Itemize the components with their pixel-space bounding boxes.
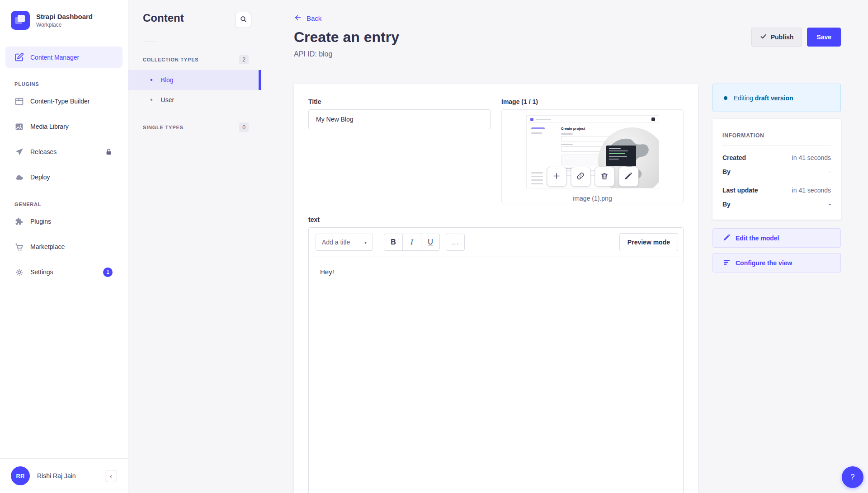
ellipsis-icon: ... [452, 239, 459, 246]
collection-types-label: COLLECTION TYPES [143, 57, 198, 62]
heading-select-value: Add a title [322, 239, 350, 246]
bold-button[interactable]: B [384, 234, 403, 251]
underline-button[interactable]: U [421, 234, 440, 251]
status-dot-icon [724, 96, 727, 100]
app-root: Strapi Dashboard Workplace Content Manag… [0, 0, 868, 493]
cart-icon [14, 242, 24, 252]
trash-icon [600, 172, 609, 182]
image-field: Image (1 / 1) Create project [501, 98, 684, 203]
delete-asset-button[interactable] [594, 167, 614, 187]
thumbnail-sidebar [531, 127, 545, 134]
entry-form-card: Title Image (1 / 1) Create p [294, 84, 698, 493]
caret-down-icon: ▾ [364, 240, 367, 245]
sidebar-item-label: Content Manager [30, 54, 79, 61]
lock-icon [105, 148, 113, 156]
thumbnail-sidebar-links [531, 170, 543, 184]
sidebar-item-settings[interactable]: Settings 1 [0, 259, 128, 285]
page-title: Create an entry [294, 29, 399, 46]
single-types-header: SINGLE TYPES 0 [128, 122, 261, 132]
nav-section-plugins: PLUGINS [14, 81, 128, 87]
sidebar-item-label: Media Library [30, 123, 69, 130]
collection-type-label: User [161, 96, 175, 103]
settings-notification-badge: 1 [103, 268, 113, 277]
sidebar-item-media-library[interactable]: Media Library [0, 114, 128, 139]
collection-type-label: Blog [161, 76, 174, 84]
edit-asset-button[interactable] [618, 167, 638, 187]
single-types-count-badge: 0 [239, 122, 249, 132]
sidebar-item-content-type-builder[interactable]: Content-Type Builder [0, 89, 128, 114]
collection-types-count-badge: 2 [239, 55, 249, 64]
collection-type-blog[interactable]: • Blog [128, 70, 261, 90]
sidebar-item-deploy[interactable]: Deploy [0, 164, 128, 190]
bullet-icon: • [150, 76, 153, 84]
information-divider [722, 146, 831, 146]
heading-style-select[interactable]: Add a title ▾ [316, 234, 373, 251]
sidebar-item-releases[interactable]: Releases [0, 139, 128, 164]
sidebar-item-content-manager[interactable]: Content Manager [5, 47, 123, 68]
collection-type-user[interactable]: • User [128, 90, 261, 110]
edit-model-button[interactable]: Edit the model [712, 228, 841, 248]
nav-section-general: GENERAL [14, 202, 128, 207]
save-button[interactable]: Save [807, 28, 841, 47]
preview-mode-button[interactable]: Preview mode [619, 233, 678, 251]
puzzle-icon [14, 217, 24, 226]
gear-icon [14, 268, 24, 277]
feather-pen-icon [14, 52, 24, 62]
more-formats-button[interactable]: ... [446, 234, 465, 251]
text-field: text Add a title ▾ B I U [308, 216, 684, 493]
title-input[interactable] [308, 109, 491, 129]
help-button[interactable]: ? [842, 466, 863, 488]
editor-content-area[interactable]: Hey! [309, 257, 683, 493]
user-name: Rishi Raj Jain [37, 472, 76, 479]
format-button-group: B I U [384, 234, 440, 251]
sidebar-item-label: Settings [30, 268, 53, 276]
image-actions-toolbar [547, 167, 638, 187]
workspace-brand[interactable]: Strapi Dashboard Workplace [0, 0, 128, 40]
image-filename: image (1).png [502, 195, 683, 202]
plus-icon [552, 172, 561, 182]
check-icon [760, 33, 767, 41]
single-types-label: SINGLE TYPES [143, 125, 184, 130]
collapse-sidebar-button[interactable]: ‹ [105, 470, 117, 482]
sidebar-item-plugins[interactable]: Plugins [0, 209, 128, 234]
publish-button[interactable]: Publish [751, 28, 802, 47]
api-id-subtitle: API ID: blog [294, 50, 841, 58]
arrow-left-icon [294, 14, 302, 23]
configure-view-button[interactable]: Configure the view [712, 253, 841, 272]
subnav-title: Content [143, 12, 184, 24]
edit-model-label: Edit the model [736, 235, 779, 242]
chevron-left-icon: ‹ [110, 473, 112, 479]
sidebar-item-label: Content-Type Builder [30, 98, 90, 105]
image-field-label: Image (1 / 1) [501, 98, 684, 105]
add-asset-button[interactable] [547, 167, 566, 187]
layout-bars-icon [723, 258, 731, 268]
nav-spacer [0, 285, 128, 458]
collection-types-list: • Blog • User [128, 70, 261, 110]
info-row-last-update: Last update in 41 seconds [722, 187, 831, 194]
sidebar-item-label: Marketplace [30, 243, 65, 250]
info-row-updated-by: By - [722, 201, 831, 208]
content-sub-sidebar: Content COLLECTION TYPES 2 • Blog • User… [128, 0, 261, 493]
rich-text-editor: Add a title ▾ B I U ... Preview [308, 227, 684, 493]
image-icon [14, 122, 24, 131]
user-avatar[interactable]: RR [11, 466, 30, 485]
collection-types-header: COLLECTION TYPES 2 [128, 55, 261, 64]
search-button[interactable] [235, 12, 251, 28]
italic-button[interactable]: I [402, 234, 421, 251]
draft-status-banner: Editing draft version [712, 84, 841, 112]
bullet-icon: • [150, 96, 153, 103]
main-content: Back Create an entry Publish Save API ID… [261, 0, 868, 493]
sidebar-item-label: Deploy [30, 174, 50, 181]
information-card: INFORMATION Created in 41 seconds By - L… [712, 119, 841, 220]
back-label: Back [307, 14, 321, 22]
publish-label: Publish [771, 33, 794, 41]
configure-view-label: Configure the view [736, 259, 792, 267]
workspace-label: Workplace [36, 22, 93, 28]
nav-footer: RR Rishi Raj Jain ‹ [0, 458, 128, 493]
copy-link-button[interactable] [571, 167, 590, 187]
strapi-logo-icon [11, 11, 30, 30]
sidebar-item-marketplace[interactable]: Marketplace [0, 234, 128, 259]
back-link[interactable]: Back [294, 14, 321, 23]
entry-side-panel: Editing draft version INFORMATION Create… [712, 84, 841, 272]
draft-status-text: Editing draft version [734, 94, 793, 102]
